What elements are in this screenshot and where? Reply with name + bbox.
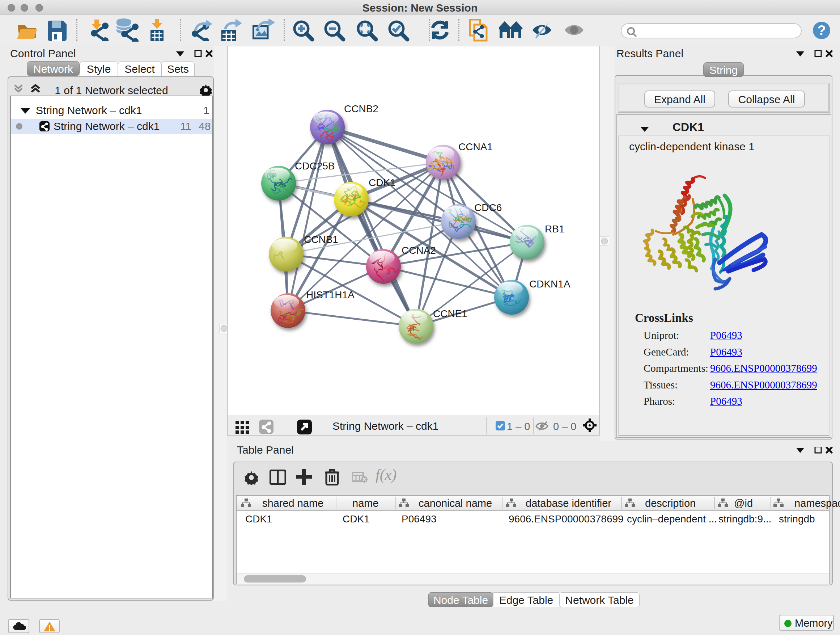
svg-text:CDC6: CDC6: [474, 202, 502, 213]
svg-text:CCNE1: CCNE1: [433, 308, 467, 319]
svg-text:CDKN1A: CDKN1A: [529, 279, 570, 290]
svg-text:CCNB2: CCNB2: [344, 103, 378, 114]
svg-text:CCNA1: CCNA1: [458, 141, 493, 152]
svg-text:CCNB1: CCNB1: [304, 234, 338, 245]
svg-text:HIST1H1A: HIST1H1A: [306, 289, 355, 301]
svg-text:?: ?: [817, 23, 826, 38]
svg-text:RB1: RB1: [545, 223, 564, 234]
svg-text:CCNA2: CCNA2: [401, 245, 436, 256]
svg-text:CDC25B: CDC25B: [295, 160, 335, 172]
svg-text:CDK1: CDK1: [369, 177, 396, 188]
